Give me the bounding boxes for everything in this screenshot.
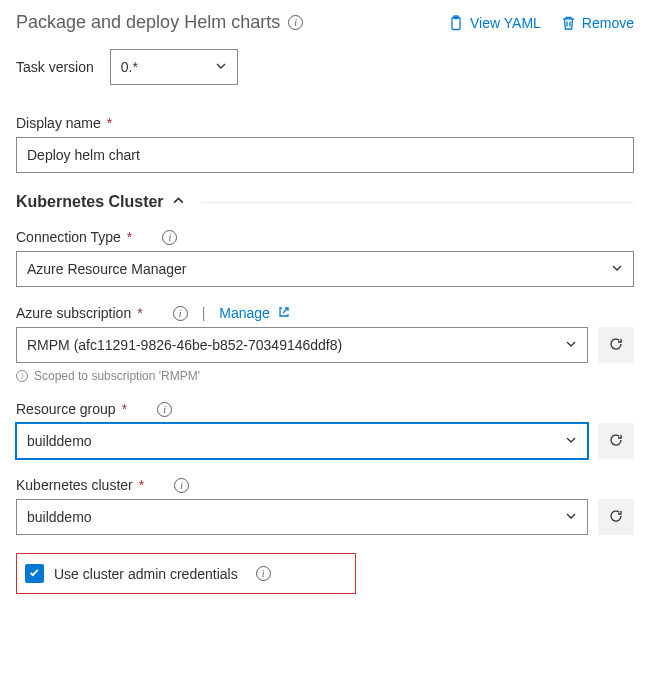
admin-credentials-checkbox[interactable] [25,564,44,583]
info-icon[interactable]: i [157,402,172,417]
info-icon[interactable]: i [174,478,189,493]
task-title: Package and deploy Helm charts [16,12,280,33]
kubernetes-section-header[interactable]: Kubernetes Cluster [16,193,634,211]
external-link-icon [278,305,290,321]
refresh-kubernetes-cluster-button[interactable] [598,499,634,535]
required-asterisk: * [122,401,127,417]
remove-label: Remove [582,15,634,31]
kubernetes-cluster-label: Kubernetes cluster [16,477,133,493]
required-asterisk: * [137,305,142,321]
chevron-down-icon [565,337,577,353]
scoped-note: i Scoped to subscription 'RMPM' [16,369,634,383]
refresh-icon [608,508,624,527]
pipe-divider: | [202,305,206,321]
chevron-up-icon [172,193,185,211]
remove-button[interactable]: Remove [561,15,634,31]
connection-type-select[interactable]: Azure Resource Manager [16,251,634,287]
display-name-field: Display name * [16,115,634,173]
chevron-down-icon [215,59,227,75]
connection-type-field: Connection Type * i Azure Resource Manag… [16,229,634,287]
info-icon[interactable]: i [288,15,303,30]
chevron-down-icon [611,261,623,277]
azure-subscription-select[interactable]: RMPM (afc11291-9826-46be-b852-70349146dd… [16,327,588,363]
kubernetes-cluster-value: builddemo [27,509,92,525]
info-icon[interactable]: i [162,230,177,245]
task-title-row: Package and deploy Helm charts i [16,12,303,33]
info-icon[interactable]: i [256,566,271,581]
azure-subscription-label: Azure subscription [16,305,131,321]
scoped-text: Scoped to subscription 'RMPM' [34,369,200,383]
task-version-label: Task version [16,59,94,75]
refresh-icon [608,336,624,355]
refresh-icon [608,432,624,451]
task-version-row: Task version 0.* [16,49,634,85]
task-header: Package and deploy Helm charts i View YA… [16,12,634,33]
chevron-down-icon [565,433,577,449]
azure-subscription-value: RMPM (afc11291-9826-46be-b852-70349146dd… [27,337,342,353]
resource-group-label: Resource group [16,401,116,417]
display-name-input[interactable] [16,137,634,173]
display-name-label: Display name [16,115,101,131]
refresh-resource-group-button[interactable] [598,423,634,459]
header-actions: View YAML Remove [448,15,634,31]
svg-rect-0 [452,17,460,29]
manage-link[interactable]: Manage [219,305,270,321]
connection-type-label: Connection Type [16,229,121,245]
info-icon: i [16,370,28,382]
task-version-select[interactable]: 0.* [110,49,238,85]
view-yaml-button[interactable]: View YAML [448,15,541,31]
check-icon [28,566,41,582]
admin-credentials-row: Use cluster admin credentials i [16,553,356,594]
admin-credentials-label: Use cluster admin credentials [54,566,238,582]
kubernetes-section-label: Kubernetes Cluster [16,193,164,211]
kubernetes-cluster-field: Kubernetes cluster * i builddemo [16,477,634,535]
required-asterisk: * [127,229,132,245]
resource-group-value: builddemo [27,433,92,449]
clipboard-icon [448,15,464,31]
task-version-value: 0.* [121,59,138,75]
required-asterisk: * [107,115,112,131]
info-icon[interactable]: i [173,306,188,321]
resource-group-select[interactable]: builddemo [16,423,588,459]
chevron-down-icon [565,509,577,525]
trash-icon [561,15,576,31]
connection-type-value: Azure Resource Manager [27,261,187,277]
required-asterisk: * [139,477,144,493]
refresh-subscription-button[interactable] [598,327,634,363]
resource-group-field: Resource group * i builddemo [16,401,634,459]
section-divider [201,202,634,203]
kubernetes-cluster-select[interactable]: builddemo [16,499,588,535]
azure-subscription-field: Azure subscription * i | Manage RMPM (af… [16,305,634,383]
view-yaml-label: View YAML [470,15,541,31]
